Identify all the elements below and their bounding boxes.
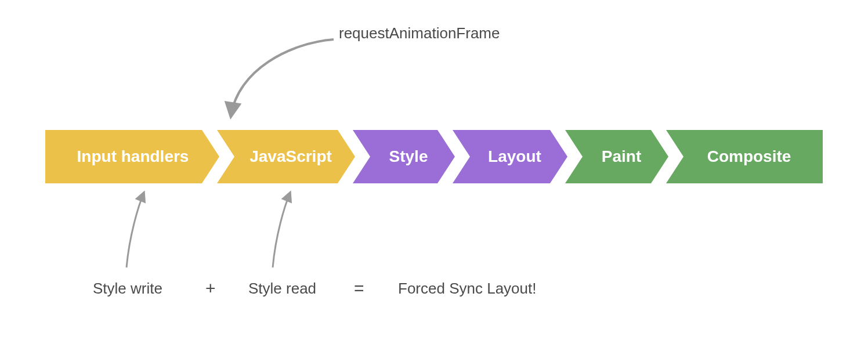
- stage-input-handlers: Input handlers: [45, 130, 219, 183]
- stage-label: Input handlers: [77, 147, 189, 166]
- arrow-bottom-left-icon: [121, 189, 167, 270]
- label-equals: =: [354, 278, 364, 298]
- label-request-animation-frame: requestAnimationFrame: [339, 24, 500, 42]
- stage-layout: Layout: [453, 130, 567, 183]
- label-plus: +: [205, 278, 216, 298]
- arrow-top-icon: [220, 35, 342, 128]
- diagram-canvas: requestAnimationFrame Input handlersJava…: [0, 0, 868, 351]
- stage-style: Style: [353, 130, 455, 183]
- label-forced-sync-layout: Forced Sync Layout!: [398, 280, 536, 298]
- stage-label: JavaScript: [249, 147, 332, 166]
- stage-paint: Paint: [565, 130, 668, 183]
- label-style-read: Style read: [248, 280, 316, 298]
- arrow-bottom-right-icon: [267, 189, 313, 270]
- stage-composite: Composite: [666, 130, 823, 183]
- label-style-write: Style write: [93, 280, 162, 298]
- stage-javascript: JavaScript: [217, 130, 355, 183]
- stage-label: Paint: [602, 147, 641, 166]
- stage-label: Style: [389, 147, 428, 166]
- stage-label: Layout: [488, 147, 541, 166]
- stage-label: Composite: [707, 147, 791, 166]
